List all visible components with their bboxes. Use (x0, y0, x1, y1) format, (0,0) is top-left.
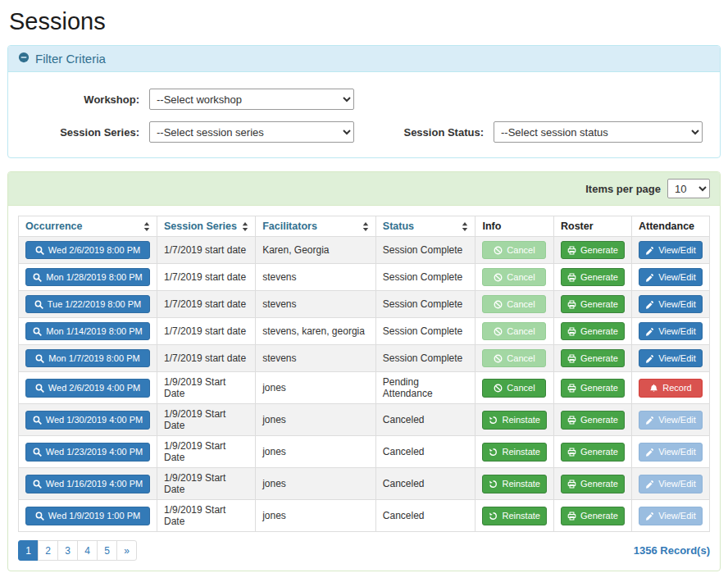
session-series-cell: 1/7/2019 start date (157, 264, 256, 291)
status-cell: Pending Attendance (375, 372, 475, 404)
generate-button[interactable]: Generate (561, 379, 625, 397)
column-header-facilitators[interactable]: Facilitators (256, 216, 376, 237)
ban-icon (494, 246, 503, 255)
generate-button[interactable]: Generate (561, 322, 625, 340)
occurrence-cell: Wed 1/9/2019 1:00 PM (19, 500, 157, 532)
print-icon (567, 246, 576, 255)
view-edit-button[interactable]: View/Edit (639, 241, 703, 259)
occurrence-button[interactable]: Wed 1/16/2019 4:00 PM (25, 475, 150, 493)
occurrence-cell: Wed 1/30/2019 4:00 PM (19, 404, 157, 436)
sort-icon (242, 222, 248, 231)
session-row: Wed 1/23/2019 4:00 PM1/9/2019 Start Date… (19, 436, 710, 468)
cancel-button[interactable]: Cancel (482, 379, 546, 397)
record-button[interactable]: Record (639, 379, 703, 397)
view-edit-button[interactable]: View/Edit (639, 295, 703, 313)
page-button-3[interactable]: 3 (57, 540, 78, 561)
generate-button[interactable]: Generate (561, 295, 625, 313)
page-button-1[interactable]: 1 (18, 540, 39, 561)
occurrence-button[interactable]: Wed 1/23/2019 4:00 PM (25, 443, 150, 461)
generate-button[interactable]: Generate (561, 241, 625, 259)
search-icon (35, 354, 44, 363)
button-label: Reinstate (502, 511, 539, 521)
ban-icon (494, 354, 503, 363)
page-button-2[interactable]: 2 (38, 540, 58, 561)
generate-button[interactable]: Generate (561, 507, 625, 525)
session-row: Mon 1/28/2019 8:00 PM1/7/2019 start date… (19, 264, 710, 291)
items-per-page: Items per page 10 (585, 179, 710, 198)
occurrence-button[interactable]: Wed 2/6/2019 8:00 PM (25, 241, 150, 259)
occurrence-label: Tue 1/22/2019 8:00 PM (48, 299, 142, 309)
roster-cell: Generate (553, 264, 631, 291)
minus-circle-icon[interactable] (18, 52, 30, 66)
attendance-cell: Record (632, 372, 710, 404)
occurrence-button[interactable]: Mon 1/7/2019 8:00 PM (25, 349, 150, 367)
occurrence-cell: Mon 1/14/2019 8:00 PM (19, 318, 157, 345)
occurrence-cell: Wed 1/16/2019 4:00 PM (19, 468, 157, 500)
column-header-info: Info (475, 216, 553, 237)
table-panel-header: Items per page 10 (8, 172, 720, 206)
button-label: Reinstate (502, 479, 539, 489)
column-label: Info (482, 221, 501, 232)
column-label: Facilitators (262, 221, 317, 232)
occurrence-label: Wed 2/6/2019 4:00 PM (48, 383, 140, 393)
occurrence-button[interactable]: Wed 1/30/2019 4:00 PM (25, 411, 150, 429)
view-edit-button[interactable]: View/Edit (639, 349, 703, 367)
filter-panel-header[interactable]: Filter Criteria (8, 46, 720, 72)
page-next-button[interactable]: » (116, 540, 137, 561)
pagination: 12345» (18, 540, 137, 561)
info-cell: Reinstate (475, 436, 553, 468)
generate-button[interactable]: Generate (561, 349, 625, 367)
page-button-4[interactable]: 4 (77, 540, 98, 561)
reinstate-button[interactable]: Reinstate (482, 507, 546, 525)
generate-button[interactable]: Generate (561, 411, 625, 429)
attendance-cell: View/Edit (632, 237, 710, 264)
sessions-table-panel: Items per page 10 OccurrenceSession Seri… (7, 171, 721, 571)
occurrence-cell: Wed 2/6/2019 4:00 PM (19, 372, 157, 404)
generate-button[interactable]: Generate (561, 475, 625, 493)
occurrence-button[interactable]: Tue 1/22/2019 8:00 PM (25, 295, 150, 313)
page-button-5[interactable]: 5 (97, 540, 117, 561)
button-label: Generate (580, 415, 618, 425)
cancel-button: Cancel (482, 241, 546, 259)
print-icon (567, 327, 576, 336)
occurrence-button[interactable]: Mon 1/14/2019 8:00 PM (25, 322, 150, 340)
session-row: Wed 1/16/2019 4:00 PM1/9/2019 Start Date… (19, 468, 710, 500)
column-header-occurrence[interactable]: Occurrence (19, 216, 157, 237)
generate-button[interactable]: Generate (561, 443, 625, 461)
info-cell: Cancel (475, 237, 553, 264)
attendance-cell: View/Edit (632, 264, 710, 291)
ban-icon (494, 300, 503, 309)
session-status-select[interactable]: --Select session status (494, 121, 703, 143)
occurrence-button[interactable]: Wed 2/6/2019 4:00 PM (25, 379, 150, 397)
occurrence-label: Mon 1/14/2019 8:00 PM (46, 326, 142, 336)
pencil-icon (645, 273, 654, 282)
session-series-field: Session Series: --Select session series (18, 121, 354, 143)
column-header-session_series[interactable]: Session Series (157, 216, 256, 237)
reinstate-button[interactable]: Reinstate (482, 443, 546, 461)
pencil-icon (645, 327, 654, 336)
view-edit-button[interactable]: View/Edit (639, 322, 703, 340)
column-header-attendance: Attendance (632, 216, 710, 237)
reinstate-button[interactable]: Reinstate (482, 411, 546, 429)
roster-cell: Generate (553, 372, 631, 404)
undo-icon (489, 480, 498, 489)
occurrence-button[interactable]: Wed 1/9/2019 1:00 PM (25, 507, 150, 525)
roster-cell: Generate (553, 345, 631, 372)
column-header-status[interactable]: Status (375, 216, 475, 237)
attendance-cell: View/Edit (632, 468, 710, 500)
status-cell: Session Complete (375, 318, 475, 345)
generate-button[interactable]: Generate (561, 268, 625, 286)
view-edit-button[interactable]: View/Edit (639, 268, 703, 286)
occurrence-button[interactable]: Mon 1/28/2019 8:00 PM (25, 268, 150, 286)
items-per-page-select[interactable]: 10 (667, 179, 710, 198)
search-icon (33, 448, 42, 457)
session-series-select[interactable]: --Select session series (149, 121, 354, 143)
status-cell: Canceled (375, 468, 475, 500)
workshop-select[interactable]: --Select workshop (149, 89, 354, 110)
ban-icon (494, 327, 503, 336)
reinstate-button[interactable]: Reinstate (482, 475, 546, 493)
search-icon (33, 480, 42, 489)
roster-cell: Generate (553, 500, 631, 532)
status-cell: Session Complete (375, 345, 475, 372)
pencil-icon (645, 480, 654, 489)
